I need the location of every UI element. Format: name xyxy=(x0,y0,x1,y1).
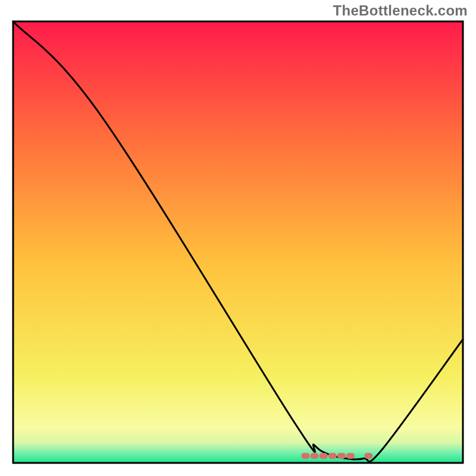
marker-dot xyxy=(328,453,337,459)
chart-container: TheBottleneck.com xyxy=(0,0,476,476)
plot-area xyxy=(12,20,464,464)
watermark-text: TheBottleneck.com xyxy=(333,2,468,19)
marker-dot xyxy=(364,453,372,459)
marker-dot xyxy=(337,453,346,459)
chart-svg xyxy=(12,20,464,464)
marker-dot xyxy=(311,453,319,459)
marker-dot xyxy=(346,453,355,459)
marker-dot xyxy=(301,453,309,459)
marker-dot xyxy=(320,453,328,459)
